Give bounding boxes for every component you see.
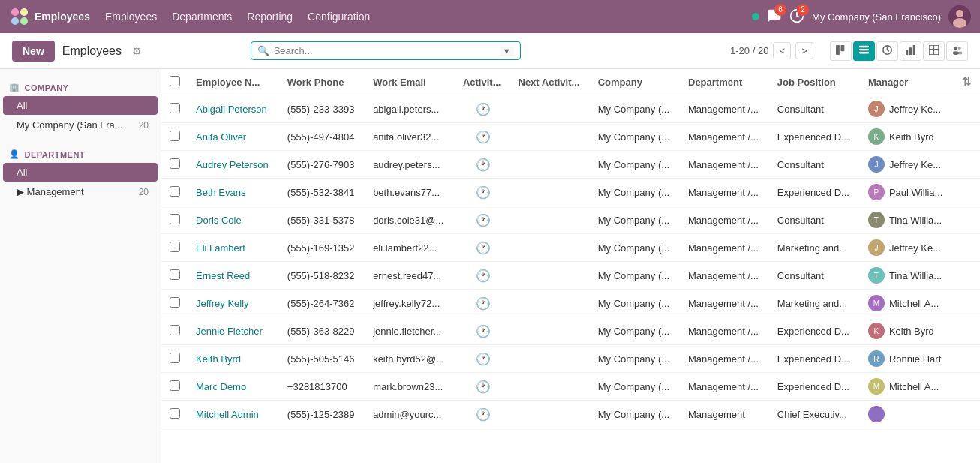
view-kanban[interactable] (830, 41, 852, 61)
clock-button[interactable]: 2 (789, 8, 804, 26)
view-list[interactable] (853, 41, 875, 61)
employee-name[interactable]: Anita Oliver (196, 131, 246, 143)
row-checkbox-cell[interactable] (161, 234, 188, 262)
pagination-prev[interactable]: < (773, 42, 791, 59)
row-checkbox[interactable] (170, 269, 180, 280)
activity-clock-icon[interactable]: 🕐 (476, 269, 491, 282)
activity-clock-icon[interactable]: 🕐 (476, 186, 491, 199)
employee-name-cell[interactable]: Eli Lambert (188, 234, 280, 262)
sidebar-company-all[interactable]: All (3, 96, 158, 115)
nav-reporting[interactable]: Reporting (247, 11, 293, 23)
employee-name[interactable]: Beth Evans (196, 187, 246, 198)
activity-cell[interactable]: 🕐 (455, 151, 511, 179)
employee-name[interactable]: Mitchell Admin (196, 409, 259, 420)
chat-button[interactable]: 6 (767, 8, 782, 26)
col-employee-name[interactable]: Employee N... (188, 69, 280, 95)
view-pivot[interactable] (923, 41, 945, 61)
row-checkbox-cell[interactable] (161, 123, 188, 151)
row-checkbox-cell[interactable] (161, 317, 188, 345)
employee-name-cell[interactable]: Marc Demo (188, 373, 280, 401)
activity-clock-icon[interactable]: 🕐 (476, 353, 491, 365)
row-checkbox-cell[interactable] (161, 262, 188, 290)
employee-name[interactable]: Jennie Fletcher (196, 326, 263, 337)
view-activity[interactable] (876, 41, 898, 61)
nav-configuration[interactable]: Configuration (308, 11, 370, 23)
employee-name[interactable]: Abigail Peterson (196, 104, 267, 115)
activity-cell[interactable]: 🕐 (455, 373, 511, 401)
employee-name[interactable]: Audrey Peterson (196, 159, 269, 170)
col-company[interactable]: Company (591, 69, 681, 95)
row-checkbox[interactable] (170, 325, 180, 335)
employee-name-cell[interactable]: Ernest Reed (188, 262, 280, 290)
employee-name-cell[interactable]: Audrey Peterson (188, 151, 280, 179)
select-all-header[interactable] (161, 69, 188, 95)
activity-clock-icon[interactable]: 🕐 (476, 242, 491, 254)
search-dropdown-button[interactable]: ▼ (500, 47, 514, 56)
search-input[interactable] (274, 45, 495, 56)
col-job-position[interactable]: Job Position (770, 69, 861, 95)
row-checkbox-cell[interactable] (161, 345, 188, 373)
sidebar-company-mycompany[interactable]: My Company (San Fra... 20 (3, 116, 158, 134)
col-activity[interactable]: Activit... (455, 69, 511, 95)
employee-name-cell[interactable]: Keith Byrd (188, 345, 280, 373)
row-checkbox-cell[interactable] (161, 373, 188, 401)
activity-cell[interactable]: 🕐 (455, 401, 511, 428)
col-manager[interactable]: Manager (861, 69, 954, 95)
activity-cell[interactable]: 🕐 (455, 234, 511, 262)
user-avatar[interactable] (948, 5, 971, 28)
employee-name-cell[interactable]: Mitchell Admin (188, 401, 280, 428)
row-checkbox-cell[interactable] (161, 401, 188, 428)
row-checkbox[interactable] (170, 353, 180, 363)
new-button[interactable]: New (12, 41, 55, 62)
activity-cell[interactable]: 🕐 (455, 206, 511, 234)
app-logo[interactable]: Employees (9, 6, 90, 27)
pagination-next[interactable]: > (795, 42, 813, 59)
row-checkbox-cell[interactable] (161, 151, 188, 179)
row-checkbox-cell[interactable] (161, 179, 188, 206)
employee-name-cell[interactable]: Jeffrey Kelly (188, 290, 280, 317)
sidebar-dept-management[interactable]: ▶ Management 20 (3, 182, 158, 201)
row-checkbox[interactable] (170, 131, 180, 141)
employee-name[interactable]: Marc Demo (196, 381, 246, 392)
col-work-email[interactable]: Work Email (365, 69, 455, 95)
row-checkbox[interactable] (170, 408, 180, 419)
activity-cell[interactable]: 🕐 (455, 179, 511, 206)
row-checkbox-cell[interactable] (161, 95, 188, 123)
row-checkbox[interactable] (170, 297, 180, 308)
row-checkbox[interactable] (170, 158, 180, 169)
row-checkbox-cell[interactable] (161, 206, 188, 234)
activity-clock-icon[interactable]: 🕐 (476, 408, 491, 421)
col-work-phone[interactable]: Work Phone (280, 69, 365, 95)
activity-cell[interactable]: 🕐 (455, 345, 511, 373)
col-next-activity[interactable]: Next Activit... (511, 69, 591, 95)
row-checkbox[interactable] (170, 380, 180, 391)
view-people[interactable] (946, 41, 968, 61)
activity-cell[interactable]: 🕐 (455, 262, 511, 290)
employee-name-cell[interactable]: Abigail Peterson (188, 95, 280, 123)
employee-name[interactable]: Doris Cole (196, 215, 242, 226)
employee-name-cell[interactable]: Beth Evans (188, 179, 280, 206)
select-all-checkbox[interactable] (170, 76, 180, 86)
col-department[interactable]: Department (681, 69, 770, 95)
activity-clock-icon[interactable]: 🕐 (476, 297, 491, 310)
row-checkbox[interactable] (170, 103, 180, 113)
employee-name[interactable]: Eli Lambert (196, 242, 245, 254)
activity-clock-icon[interactable]: 🕐 (476, 325, 491, 338)
activity-clock-icon[interactable]: 🕐 (476, 380, 491, 393)
activity-cell[interactable]: 🕐 (455, 290, 511, 317)
sidebar-dept-all[interactable]: All (3, 163, 158, 182)
activity-cell[interactable]: 🕐 (455, 317, 511, 345)
nav-departments[interactable]: Departments (172, 11, 232, 23)
row-checkbox[interactable] (170, 186, 180, 197)
activity-clock-icon[interactable]: 🕐 (476, 214, 491, 227)
employee-name[interactable]: Ernest Reed (196, 270, 250, 281)
row-checkbox[interactable] (170, 214, 180, 224)
employee-name-cell[interactable]: Anita Oliver (188, 123, 280, 151)
employee-name[interactable]: Keith Byrd (196, 353, 241, 365)
col-filter[interactable]: ⇅ (954, 69, 980, 95)
activity-clock-icon[interactable]: 🕐 (476, 103, 491, 116)
view-chart[interactable] (900, 41, 921, 61)
company-label[interactable]: My Company (San Francisco) (812, 11, 941, 23)
employee-name-cell[interactable]: Doris Cole (188, 206, 280, 234)
activity-clock-icon[interactable]: 🕐 (476, 158, 491, 171)
